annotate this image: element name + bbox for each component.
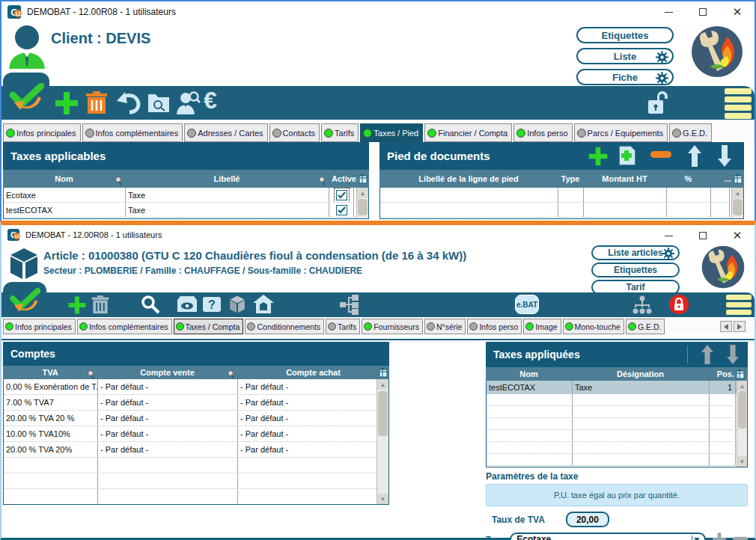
tab-ged[interactable]: G.E.D. xyxy=(626,319,665,334)
col-compte-achat[interactable]: Compte achat xyxy=(237,368,389,377)
delete-button[interactable] xyxy=(91,295,109,315)
box-components-button[interactable] xyxy=(228,295,247,313)
maximize-button[interactable] xyxy=(686,1,720,22)
table-row[interactable] xyxy=(487,430,737,442)
unlock-button[interactable] xyxy=(647,90,671,115)
table-row[interactable] xyxy=(4,458,377,473)
table-row[interactable]: 20.00 % TVA 20 %- Par défaut -- Par défa… xyxy=(4,411,377,426)
liste-articles-button[interactable]: Liste articles xyxy=(591,245,680,260)
col-designation[interactable]: Désignation xyxy=(572,369,709,378)
tab-tarifs[interactable]: Tarifs xyxy=(321,123,359,142)
euro-button[interactable]: € xyxy=(204,87,217,114)
etiquettes-button[interactable]: Etiquettes xyxy=(591,263,680,277)
col-libelle-pied[interactable]: Libellé de la ligne de pied xyxy=(379,174,558,183)
table-row[interactable]: testECOTAX Taxe xyxy=(4,203,356,218)
tab-tarifs[interactable]: Tarifs xyxy=(326,319,360,334)
minimize-button[interactable] xyxy=(651,225,686,246)
move-up-button[interactable] xyxy=(688,145,701,167)
add-button[interactable] xyxy=(54,90,79,116)
box-question-button[interactable]: ? xyxy=(202,296,222,313)
remove-row-button[interactable] xyxy=(650,151,671,158)
col-compte-vente[interactable]: Compte vente xyxy=(97,368,237,377)
scroll-down-arrow[interactable]: ▼ xyxy=(737,456,747,467)
maximize-button[interactable] xyxy=(686,225,720,246)
sitemap-button[interactable] xyxy=(632,295,652,314)
col-tva[interactable]: TVA xyxy=(3,368,97,377)
scroll-up-arrow[interactable]: ▲ xyxy=(732,188,743,198)
box-view-button[interactable] xyxy=(177,296,198,313)
col-active[interactable]: Active xyxy=(329,174,369,184)
tab-infos-complementaires[interactable]: Infos complémentaires xyxy=(77,319,172,334)
fiche-button[interactable]: Fiche xyxy=(576,69,674,85)
add-button[interactable] xyxy=(67,295,87,315)
scroll-up-arrow[interactable]: ▲ xyxy=(357,188,368,198)
vertical-scrollbar[interactable]: ▲ xyxy=(731,188,743,218)
column-settings-icon[interactable] xyxy=(379,368,388,378)
col-montant-ht[interactable]: Montant HT xyxy=(583,174,666,183)
minimize-button[interactable] xyxy=(651,1,686,22)
validate-button[interactable] xyxy=(3,282,46,317)
taxe-select[interactable]: Ecotaxe xyxy=(510,533,706,540)
col-type[interactable]: Type xyxy=(558,174,583,183)
undo-button[interactable] xyxy=(115,92,142,114)
col-pos[interactable]: Pos. xyxy=(709,369,746,379)
table-row[interactable] xyxy=(487,394,737,406)
add-row-button[interactable] xyxy=(588,146,609,167)
validate-button[interactable] xyxy=(3,73,49,120)
active-checkbox[interactable] xyxy=(336,190,347,200)
scroll-up-arrow[interactable]: ▲ xyxy=(737,381,747,391)
col-libelle[interactable]: Libellé xyxy=(125,174,329,183)
column-settings-icon[interactable] xyxy=(736,369,745,379)
gear-icon[interactable] xyxy=(656,51,668,64)
col-nom[interactable]: Nom xyxy=(486,369,572,378)
move-down-button[interactable] xyxy=(727,345,739,364)
tab-infos-perso[interactable]: Infos perso xyxy=(467,319,522,334)
tab-taxes-compta[interactable]: Taxes / Compta xyxy=(174,319,244,334)
column-settings-icon[interactable] xyxy=(359,174,368,184)
search-client-button[interactable] xyxy=(175,90,201,115)
col-more[interactable]: ... xyxy=(710,174,744,184)
tab-infos-principales[interactable]: Infos principales xyxy=(3,319,76,334)
tab-nserie[interactable]: N°série xyxy=(424,319,466,334)
delete-button[interactable] xyxy=(85,91,108,115)
close-button[interactable]: ✕ xyxy=(720,225,755,246)
gear-icon[interactable] xyxy=(662,248,674,260)
tab-infos-principales[interactable]: Infos principales xyxy=(3,123,81,142)
tab-image[interactable]: Image xyxy=(523,319,561,334)
table-row[interactable] xyxy=(4,489,377,504)
scroll-down-arrow[interactable]: ▼ xyxy=(377,494,388,504)
branch-button[interactable] xyxy=(340,295,361,315)
move-down-button[interactable] xyxy=(718,145,731,167)
tab-infos-perso[interactable]: Infos perso xyxy=(513,123,572,142)
tab-conditionnements[interactable]: Conditionnements xyxy=(245,319,324,334)
table-row[interactable]: 7.00 % TVA7- Par défaut -- Par défaut - xyxy=(4,395,377,411)
article-titlebar[interactable]: C12 DEMOBAT - 12.00R08 - 1 utilisateurs … xyxy=(1,225,755,245)
tab-infos-complementaires[interactable]: Infos complémentaires xyxy=(82,123,183,142)
table-row[interactable] xyxy=(380,188,731,203)
col-pct[interactable]: % xyxy=(666,174,710,183)
table-row[interactable] xyxy=(380,203,731,218)
ebat-button[interactable]: e.BAT xyxy=(515,295,539,314)
menu-button[interactable] xyxy=(726,295,752,315)
search-button[interactable] xyxy=(141,295,160,314)
table-row[interactable]: 10.00 % TVA10%- Par défaut -- Par défaut… xyxy=(4,426,377,442)
scroll-up-arrow[interactable]: ▲ xyxy=(377,379,388,390)
column-settings-icon[interactable] xyxy=(734,174,743,184)
tab-scroll-left[interactable] xyxy=(720,321,732,332)
tab-taxes-pied[interactable]: Taxes / Pied xyxy=(360,123,423,142)
table-row[interactable] xyxy=(487,454,737,466)
add-taxe-button[interactable] xyxy=(712,532,727,540)
close-button[interactable]: ✕ xyxy=(720,1,755,22)
client-titlebar[interactable]: C12 DEMOBAT - 12.00R08 - 1 utilisateurs … xyxy=(1,1,755,22)
tab-adresses-cartes[interactable]: Adresses / Cartes xyxy=(184,123,267,142)
etiquettes-button[interactable]: Etiquettes xyxy=(576,27,674,43)
table-row[interactable] xyxy=(487,406,737,418)
active-checkbox[interactable] xyxy=(336,205,347,215)
table-row[interactable]: 20.00 % TVA 20%- Par défaut -- Par défau… xyxy=(4,442,377,458)
col-nom[interactable]: Nom xyxy=(3,174,125,183)
tab-contacts[interactable]: Contacts xyxy=(269,123,320,142)
tab-scroll-right[interactable] xyxy=(734,321,746,332)
search-document-button[interactable] xyxy=(147,91,171,114)
vertical-scrollbar[interactable]: ▲ ▼ xyxy=(377,379,388,504)
home-box-button[interactable] xyxy=(253,295,274,314)
